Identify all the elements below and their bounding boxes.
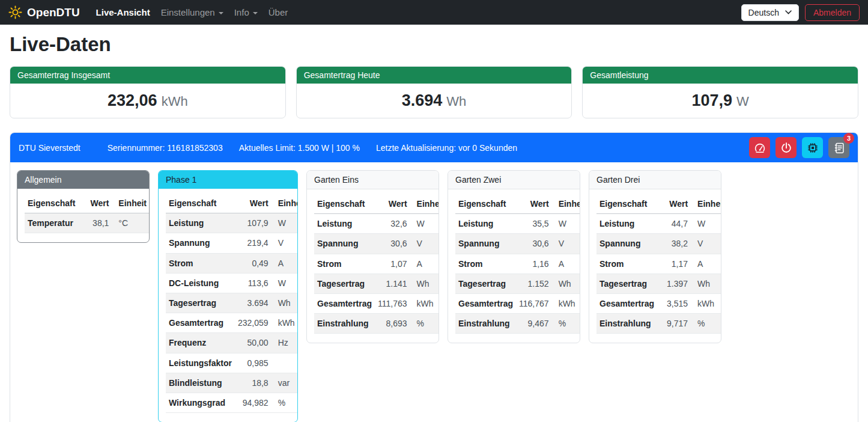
property-unit: A (410, 254, 439, 274)
property-value: 18,8 (235, 373, 272, 393)
property-value: 94,982 (235, 393, 272, 412)
property-name: Strom (455, 254, 516, 274)
brand-label: OpenDTU (27, 6, 80, 19)
inverter-panel-garten-eins: Garten Eins Eigenschaft Wert Einheit Lei… (306, 170, 439, 343)
limit-button[interactable] (749, 137, 770, 158)
table-row: Strom 0,49 A (166, 253, 298, 273)
property-value: 113,6 (235, 273, 272, 293)
caret-down-icon (253, 12, 258, 14)
table-row: Blindleistung 18,8 var (166, 373, 298, 393)
sun-icon (8, 5, 22, 19)
table-row: Tagesertrag 1.152 Wh (455, 274, 580, 293)
property-name: Spannung (166, 233, 235, 253)
property-value: 1.397 (657, 274, 691, 293)
property-value: 1,16 (516, 254, 552, 274)
column-header-property: Eigenschaft (596, 194, 657, 214)
nav-item-label: Einstellungen (161, 7, 215, 17)
property-value: 107,9 (235, 213, 272, 233)
dtu-last-update: Letzte Aktualisierung: vor 0 Sekunden (376, 143, 517, 153)
logout-button[interactable]: Abmelden (805, 4, 860, 21)
column-header-unit: Einheit (272, 194, 298, 213)
property-value: 1,17 (657, 254, 691, 274)
property-unit: kWh (552, 293, 580, 313)
summary-card-body: 3.694Wh (297, 84, 572, 118)
property-unit: W (552, 214, 580, 234)
properties-table: Eigenschaft Wert Einheit Temperatur 38,1… (25, 194, 150, 233)
property-unit: kWh (691, 293, 721, 313)
column-header-unit: Einheit (552, 194, 580, 214)
property-unit: W (691, 214, 721, 234)
column-header-value: Wert (657, 194, 691, 214)
property-name: Leistungsfaktor (166, 353, 235, 373)
nav-item-label: Info (234, 7, 249, 17)
property-value: 9,467 (516, 314, 552, 334)
dtu-header: DTU Sieverstedt Seriennummer: 1161818523… (10, 133, 858, 162)
table-row: Tagesertrag 1.141 Wh (314, 274, 439, 293)
property-name: Strom (596, 254, 657, 274)
column-header-property: Eigenschaft (166, 194, 235, 213)
property-unit: W (272, 273, 298, 293)
panel-body: Eigenschaft Wert Einheit Leistung 44,7 W… (589, 189, 721, 343)
summary-card: Gesamtleistung 107,9W (582, 66, 858, 118)
nav-item--ber[interactable]: Über (263, 2, 294, 22)
nav-item-live-ansicht[interactable]: Live-Ansicht (91, 2, 156, 22)
property-name: Tagesertrag (455, 274, 516, 293)
top-navbar: OpenDTU Live-Ansicht Einstellungen Info … (0, 0, 868, 25)
column-header-unit: Einheit (691, 194, 721, 214)
brand[interactable]: OpenDTU (8, 5, 80, 19)
language-select[interactable]: Deutsch (741, 4, 799, 21)
property-name: Tagesertrag (166, 293, 235, 313)
gauge-icon (754, 142, 766, 154)
property-unit: Wh (691, 274, 721, 293)
summary-card: Gesamtertrag Heute 3.694Wh (296, 66, 572, 118)
power-button[interactable] (775, 137, 797, 158)
property-value: 3.694 (235, 293, 272, 313)
table-row: Strom 1,07 A (314, 254, 439, 274)
property-unit: % (691, 314, 721, 334)
table-row: Gesamtertrag 111,763 kWh (314, 293, 439, 313)
property-unit: Wh (272, 293, 298, 313)
dtu-name: DTU Sieverstedt (19, 143, 80, 153)
nav-item-einstellungen[interactable]: Einstellungen (156, 2, 229, 22)
navbar-right: Deutsch Abmelden (741, 4, 860, 21)
inverter-info-button[interactable] (802, 137, 823, 158)
main-content: Live-Daten Gesamtertrag Insgesamt 232,06… (0, 33, 868, 422)
property-name: Tagesertrag (314, 274, 375, 293)
inverter-panel-phase-1: Phase 1 Eigenschaft Wert Einheit Leistun… (158, 170, 298, 422)
column-header-unit: Einheit (112, 194, 150, 213)
dtu-limit: Aktuelles Limit: 1.500 W | 100 % (239, 143, 360, 153)
nav-item-label: Live-Ansicht (96, 7, 150, 17)
property-value: 9,717 (657, 314, 691, 334)
chevron-down-icon (785, 10, 792, 14)
table-row: DC-Leistung 113,6 W (166, 273, 298, 293)
property-unit: A (691, 254, 721, 274)
inverter-panel-garten-drei: Garten Drei Eigenschaft Wert Einheit Lei… (589, 170, 721, 343)
table-row: Einstrahlung 8,693 % (314, 314, 439, 334)
column-header-unit: Einheit (410, 194, 439, 214)
property-value: 8,693 (375, 314, 410, 334)
property-unit: W (410, 214, 439, 234)
table-row: Leistungsfaktor 0,985 (166, 353, 298, 373)
property-name: Temperatur (25, 213, 78, 233)
nav-item-info[interactable]: Info (229, 2, 263, 22)
main-nav: Live-Ansicht Einstellungen Info Über (91, 2, 294, 22)
eventlog-button[interactable]: 3 (828, 137, 849, 158)
column-header-value: Wert (235, 194, 272, 213)
property-unit: % (410, 314, 439, 334)
property-unit: % (552, 314, 580, 334)
power-icon (780, 142, 792, 154)
property-unit: A (552, 254, 580, 274)
column-header-value: Wert (516, 194, 552, 214)
properties-table: Eigenschaft Wert Einheit Leistung 107,9 … (166, 194, 298, 413)
property-value: 38,2 (657, 234, 691, 254)
summary-card-title: Gesamtleistung (583, 67, 858, 84)
property-value: 1.141 (375, 274, 410, 293)
column-header-property: Eigenschaft (314, 194, 375, 214)
panel-title: Allgemein (17, 171, 149, 189)
dtu-actions: 3 (749, 137, 849, 158)
property-name: Spannung (596, 234, 657, 254)
property-value: 32,6 (375, 214, 410, 234)
property-unit: Wh (552, 274, 580, 293)
journal-icon (833, 142, 845, 154)
property-value: 30,6 (516, 234, 552, 254)
